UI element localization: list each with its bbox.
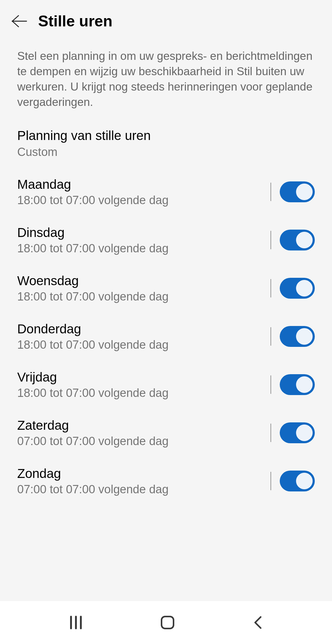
day-row-friday: Vrijdag 18:00 tot 07:00 volgende dag: [17, 370, 315, 400]
schedule-subtitle: Custom: [17, 145, 315, 159]
toggle-knob: [296, 328, 313, 345]
day-time: 18:00 tot 07:00 volgende dag: [17, 338, 271, 351]
recents-button[interactable]: [70, 616, 82, 629]
home-button[interactable]: [161, 616, 174, 629]
toggle-container: [271, 422, 315, 443]
day-name: Maandag: [17, 177, 271, 192]
day-info[interactable]: Woensdag 18:00 tot 07:00 volgende dag: [17, 274, 271, 303]
day-name: Donderdag: [17, 322, 271, 336]
toggle-knob: [296, 473, 313, 489]
day-time: 18:00 tot 07:00 volgende dag: [17, 386, 271, 400]
svg-line-1: [12, 16, 18, 21]
toggle-saturday[interactable]: [280, 422, 315, 443]
back-arrow-icon[interactable]: [11, 14, 27, 28]
navigation-bar: [0, 601, 332, 644]
toggle-friday[interactable]: [280, 374, 315, 395]
toggle-container: [271, 374, 315, 395]
back-nav-icon: [253, 616, 262, 629]
svg-line-2: [12, 21, 18, 27]
day-info[interactable]: Zondag 07:00 tot 07:00 volgende dag: [17, 466, 271, 496]
day-row-thursday: Donderdag 18:00 tot 07:00 volgende dag: [17, 322, 315, 351]
description-text: Stel een planning in om uw gespreks- en …: [17, 48, 315, 110]
content-area: Stel een planning in om uw gespreks- en …: [0, 39, 332, 601]
divider: [271, 424, 271, 442]
toggle-container: [271, 471, 315, 491]
toggle-container: [271, 278, 315, 299]
toggle-container: [271, 181, 315, 202]
schedule-title: Planning van stille uren: [17, 128, 315, 143]
day-row-monday: Maandag 18:00 tot 07:00 volgende dag: [17, 177, 315, 207]
day-name: Zaterdag: [17, 418, 271, 433]
day-row-tuesday: Dinsdag 18:00 tot 07:00 volgende dag: [17, 225, 315, 255]
divider: [271, 183, 271, 201]
divider: [271, 375, 271, 394]
day-name: Vrijdag: [17, 370, 271, 385]
toggle-wednesday[interactable]: [280, 278, 315, 299]
day-name: Dinsdag: [17, 225, 271, 240]
toggle-knob: [296, 280, 313, 297]
toggle-container: [271, 326, 315, 347]
page-title: Stille uren: [38, 12, 113, 30]
divider: [271, 327, 271, 346]
toggle-tuesday[interactable]: [280, 230, 315, 250]
day-row-sunday: Zondag 07:00 tot 07:00 volgende dag: [17, 466, 315, 496]
day-info[interactable]: Maandag 18:00 tot 07:00 volgende dag: [17, 177, 271, 207]
day-info[interactable]: Zaterdag 07:00 tot 07:00 volgende dag: [17, 418, 271, 448]
day-name: Woensdag: [17, 274, 271, 288]
home-icon: [161, 616, 174, 629]
day-time: 07:00 tot 07:00 volgende dag: [17, 435, 271, 448]
toggle-container: [271, 230, 315, 250]
day-info[interactable]: Vrijdag 18:00 tot 07:00 volgende dag: [17, 370, 271, 400]
divider: [271, 231, 271, 249]
recents-icon: [70, 616, 82, 629]
schedule-setting[interactable]: Planning van stille uren Custom: [17, 128, 315, 159]
day-time: 18:00 tot 07:00 volgende dag: [17, 194, 271, 207]
day-name: Zondag: [17, 466, 271, 481]
toggle-knob: [296, 376, 313, 393]
day-time: 18:00 tot 07:00 volgende dag: [17, 242, 271, 255]
divider: [271, 279, 271, 297]
toggle-thursday[interactable]: [280, 326, 315, 347]
back-button[interactable]: [253, 616, 262, 629]
day-info[interactable]: Dinsdag 18:00 tot 07:00 volgende dag: [17, 225, 271, 255]
toggle-knob: [296, 232, 313, 248]
day-info[interactable]: Donderdag 18:00 tot 07:00 volgende dag: [17, 322, 271, 351]
day-row-wednesday: Woensdag 18:00 tot 07:00 volgende dag: [17, 274, 315, 303]
day-time: 07:00 tot 07:00 volgende dag: [17, 483, 271, 496]
divider: [271, 472, 271, 490]
toggle-knob: [296, 184, 313, 200]
header: Stille uren: [0, 0, 332, 39]
toggle-monday[interactable]: [280, 181, 315, 202]
day-time: 18:00 tot 07:00 volgende dag: [17, 290, 271, 303]
toggle-knob: [296, 425, 313, 441]
day-row-saturday: Zaterdag 07:00 tot 07:00 volgende dag: [17, 418, 315, 448]
toggle-sunday[interactable]: [280, 471, 315, 491]
